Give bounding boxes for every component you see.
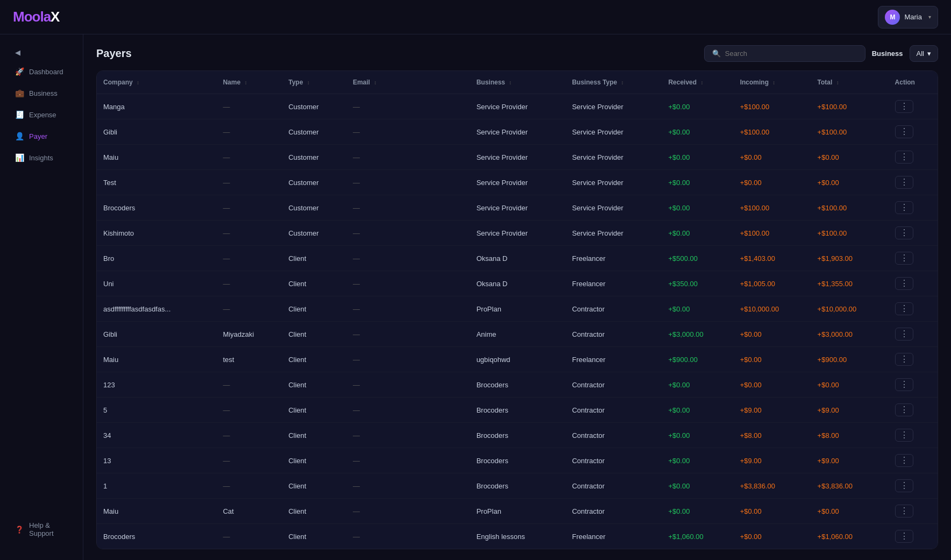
- action-menu-button[interactable]: ⋮: [895, 277, 913, 290]
- cell-total: +$100.00: [811, 221, 889, 246]
- cell-total: +$0.00: [811, 145, 889, 170]
- cell-company: Manga: [97, 94, 216, 119]
- table-row: Gibli — Customer — Service Provider Serv…: [97, 119, 938, 145]
- cell-name: —: [216, 145, 282, 170]
- sidebar-item-business[interactable]: 💼 Business: [4, 83, 79, 103]
- sidebar-item-insights[interactable]: 📊 Insights: [4, 148, 79, 167]
- cell-business: Service Provider: [470, 195, 566, 221]
- sidebar-item-label: Business: [29, 89, 58, 97]
- cell-incoming: +$3,836.00: [734, 473, 811, 499]
- cell-type: Customer: [282, 119, 346, 145]
- search-box[interactable]: 🔍: [704, 45, 865, 62]
- cell-company: Maiu: [97, 499, 216, 524]
- sidebar-item-payer[interactable]: 👤 Payer: [4, 126, 79, 146]
- cell-email: —: [346, 347, 470, 372]
- cell-company: 1: [97, 473, 216, 499]
- cell-company: Maiu: [97, 145, 216, 170]
- help-label: Help & Support: [29, 521, 68, 537]
- cell-company: Maiu: [97, 347, 216, 372]
- cell-business-type: Service Provider: [565, 145, 662, 170]
- search-input[interactable]: [725, 49, 857, 58]
- action-menu-button[interactable]: ⋮: [895, 201, 913, 214]
- col-business: Business ↕: [470, 71, 566, 94]
- sidebar-item-dashboard[interactable]: 🚀 Dashboard: [4, 62, 79, 81]
- cell-received: +$0.00: [662, 119, 733, 145]
- action-menu-button[interactable]: ⋮: [895, 328, 913, 341]
- cell-action: ⋮: [889, 372, 938, 398]
- cell-business: English lessons: [470, 524, 566, 549]
- table-row: 5 — Client — Brocoders Contractor +$0.00…: [97, 398, 938, 423]
- cell-business-type: Freelancer: [565, 246, 662, 271]
- search-icon: 🔍: [712, 49, 721, 58]
- all-filter-dropdown[interactable]: All ▾: [910, 45, 938, 62]
- cell-incoming: +$0.00: [734, 524, 811, 549]
- table-row: 1 — Client — Brocoders Contractor +$0.00…: [97, 473, 938, 499]
- cell-type: Client: [282, 473, 346, 499]
- cell-business-type: Contractor: [565, 448, 662, 473]
- avatar: M: [885, 10, 900, 25]
- action-menu-button[interactable]: ⋮: [895, 530, 913, 543]
- col-name: Name ↕: [216, 71, 282, 94]
- cell-business-type: Service Provider: [565, 94, 662, 119]
- table-row: 13 — Client — Brocoders Contractor +$0.0…: [97, 448, 938, 473]
- cell-action: ⋮: [889, 322, 938, 347]
- cell-email: —: [346, 322, 470, 347]
- action-menu-button[interactable]: ⋮: [895, 252, 913, 265]
- cell-incoming: +$100.00: [734, 221, 811, 246]
- cell-email: —: [346, 372, 470, 398]
- cell-email: —: [346, 549, 470, 550]
- cell-email: —: [346, 398, 470, 423]
- cell-name: —: [216, 195, 282, 221]
- action-menu-button[interactable]: ⋮: [895, 479, 913, 492]
- action-menu-button[interactable]: ⋮: [895, 125, 913, 138]
- cell-incoming: +$100.00: [734, 94, 811, 119]
- dash: —: [223, 204, 230, 212]
- action-menu-button[interactable]: ⋮: [895, 454, 913, 467]
- cell-name: Miyadzaki: [216, 322, 282, 347]
- cell-email: —: [346, 296, 470, 322]
- dash: —: [353, 128, 360, 136]
- sidebar: ◀ 🚀 Dashboard 💼 Business 🧾 Expense 👤 Pay…: [0, 34, 83, 560]
- cell-email: —: [346, 499, 470, 524]
- cell-incoming: +$0.00: [734, 347, 811, 372]
- action-menu-button[interactable]: ⋮: [895, 378, 913, 391]
- cell-received: +$500.00: [662, 246, 733, 271]
- dash: —: [353, 381, 360, 389]
- action-menu-button[interactable]: ⋮: [895, 429, 913, 442]
- cell-company: Gibli: [97, 322, 216, 347]
- page-header: Payers 🔍 Business All ▾: [96, 45, 938, 62]
- col-total: Total ↕: [811, 71, 889, 94]
- cell-business: English lessons: [470, 549, 566, 550]
- table-header-row: Company ↕ Name ↕ Type ↕ Email ↕ Business…: [97, 71, 938, 94]
- dash: —: [353, 330, 360, 338]
- filter-chevron-icon: ▾: [927, 49, 931, 58]
- cell-received: +$0.00: [662, 221, 733, 246]
- action-menu-button[interactable]: ⋮: [895, 176, 913, 189]
- cell-email: —: [346, 221, 470, 246]
- cell-total: +$10,000.00: [811, 296, 889, 322]
- action-menu-button[interactable]: ⋮: [895, 302, 913, 315]
- action-menu-button[interactable]: ⋮: [895, 226, 913, 239]
- action-menu-button[interactable]: ⋮: [895, 151, 913, 164]
- dashboard-icon: 🚀: [15, 67, 24, 76]
- cell-name: —: [216, 119, 282, 145]
- action-menu-button[interactable]: ⋮: [895, 100, 913, 113]
- table-row: Bro — Client — Oksana D Freelancer +$500…: [97, 246, 938, 271]
- sidebar-collapse-button[interactable]: ◀: [4, 43, 79, 62]
- user-menu[interactable]: M Maria ▾: [878, 6, 938, 29]
- help-support-item[interactable]: ❓ Help & Support: [4, 516, 79, 543]
- table-row: Uni — Client — Oksana D Freelancer +$350…: [97, 271, 938, 296]
- action-menu-button[interactable]: ⋮: [895, 353, 913, 366]
- cell-business: Service Provider: [470, 145, 566, 170]
- cell-received: +$0.00: [662, 372, 733, 398]
- col-email: Email ↕: [346, 71, 470, 94]
- cell-email: —: [346, 271, 470, 296]
- action-menu-button[interactable]: ⋮: [895, 403, 913, 416]
- action-menu-button[interactable]: ⋮: [895, 505, 913, 518]
- business-icon: 💼: [15, 89, 24, 97]
- cell-company: Test: [97, 170, 216, 195]
- dash: —: [353, 254, 360, 263]
- dash: —: [353, 229, 360, 237]
- cell-received: +$0.00: [662, 499, 733, 524]
- sidebar-item-expense[interactable]: 🧾 Expense: [4, 105, 79, 124]
